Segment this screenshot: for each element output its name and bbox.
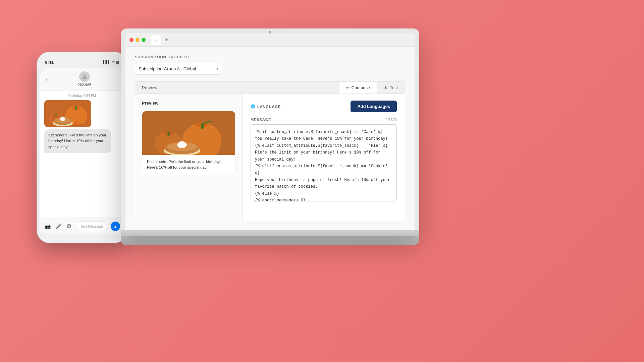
browser-tab[interactable]: × xyxy=(151,35,161,45)
traffic-lights xyxy=(129,38,146,42)
svg-point-13 xyxy=(60,117,65,121)
main-panel: Preview xyxy=(135,94,405,221)
wifi-icon: ≋ xyxy=(112,60,115,64)
sms-preview-image xyxy=(142,111,235,155)
sms-preview-text: Kitchenerie: Pie's the limit on your bir… xyxy=(142,155,235,175)
sms-bubble-text: Kitchenerie: Pie's the limit on your bir… xyxy=(147,160,221,169)
new-tab-button[interactable]: + xyxy=(165,37,168,43)
audio-icon[interactable]: 🎤 xyxy=(54,222,62,230)
message-textarea[interactable]: {% if custom_attribute.${favorite_snack}… xyxy=(251,124,397,201)
phone-screen: ‹ 262-966 Yesterday 7:54 PM xyxy=(40,68,123,234)
close-traffic-light[interactable] xyxy=(129,38,133,42)
preview-section: Preview xyxy=(135,82,339,94)
subscription-group-text: SUBSCRIPTION GROUP xyxy=(135,55,182,59)
subscription-group-dropdown[interactable]: Subscription Group A - Global ▾ xyxy=(135,63,222,75)
info-icon[interactable]: i xyxy=(184,55,189,59)
test-tab[interactable]: 👁 Test xyxy=(377,82,405,94)
language-row: 🌐 LANGUAGE Add Languages xyxy=(251,101,397,112)
message-label-row: MESSAGE 0/1600 xyxy=(251,118,397,122)
svg-point-30 xyxy=(179,141,185,146)
laptop-screen-shell: × + SUBSCRIPTION GROUP i Subscription Gr… xyxy=(121,28,419,236)
browser-window: × + SUBSCRIPTION GROUP i Subscription Gr… xyxy=(125,33,415,236)
eye-icon: 👁 xyxy=(384,85,388,90)
browser-tab-close[interactable]: × xyxy=(155,38,157,42)
dropdown-value: Subscription Group A - Global xyxy=(139,66,196,71)
phone-header: ‹ 262-966 xyxy=(40,68,123,90)
phone-date-label: Yesterday 7:54 PM xyxy=(44,94,119,98)
phone-status-icons: ▌▌▌ ≋ ▓ xyxy=(103,60,119,64)
compose-tab[interactable]: ✏ Compose xyxy=(339,82,377,94)
subscription-group-label: SUBSCRIPTION GROUP i xyxy=(135,55,405,59)
laptop-device: × + SUBSCRIPTION GROUP i Subscription Gr… xyxy=(121,28,419,256)
svg-rect-20 xyxy=(201,123,204,129)
text-message-placeholder: Text Message xyxy=(80,224,103,228)
battery-icon: ▓ xyxy=(116,60,119,64)
phone-messages: Yesterday 7:54 PM xyxy=(40,90,123,218)
fullscreen-traffic-light[interactable] xyxy=(142,38,146,42)
phone-status-bar: 9:41 ▌▌▌ ≋ ▓ xyxy=(40,57,123,67)
char-count: 0/1600 xyxy=(385,118,397,122)
globe-icon: 🌐 xyxy=(251,104,256,109)
add-languages-button[interactable]: Add Languages xyxy=(351,101,397,112)
preview-title: Preview xyxy=(142,101,235,106)
svg-rect-9 xyxy=(55,114,57,116)
compose-pane: 🌐 LANGUAGE Add Languages MESSAGE 0/1600 … xyxy=(243,94,405,221)
phone-bubble-text: Kitchenerie: Pie's the limit on your bir… xyxy=(48,133,106,149)
phone-shell: 9:41 ▌▌▌ ≋ ▓ ‹ 262-966 xyxy=(37,52,127,243)
chevron-down-icon: ▾ xyxy=(217,67,218,71)
svg-rect-6 xyxy=(75,106,77,110)
laptop-hinge xyxy=(121,230,419,236)
language-label: 🌐 LANGUAGE xyxy=(251,104,281,109)
svg-point-5 xyxy=(75,108,87,124)
back-button[interactable]: ‹ xyxy=(46,76,48,83)
language-label-text: LANGUAGE xyxy=(257,105,281,109)
compose-icon: ✏ xyxy=(346,85,350,90)
phone-contact-name: 262-966 xyxy=(78,83,91,87)
preview-pane: Preview xyxy=(135,94,243,221)
laptop-camera xyxy=(269,31,271,34)
phone-input-bar: 📷 🎤 🅐 Text Message ▲ xyxy=(40,218,123,234)
message-content: {% if custom_attribute.${favorite_snack}… xyxy=(255,129,392,197)
message-label: MESSAGE xyxy=(251,118,271,122)
browser-titlebar: × + xyxy=(125,33,415,47)
phone-time: 9:41 xyxy=(45,60,54,65)
browser-content: SUBSCRIPTION GROUP i Subscription Group … xyxy=(125,47,415,232)
phone-avatar xyxy=(79,71,90,82)
pumpkin-image xyxy=(44,100,91,127)
compose-test-tabs: Preview ✏ Compose 👁 Test xyxy=(135,81,405,94)
phone-contact-info: 262-966 xyxy=(51,71,118,87)
send-button[interactable]: ▲ xyxy=(111,222,120,231)
compose-tab-label: Compose xyxy=(352,85,370,90)
svg-rect-25 xyxy=(168,132,170,136)
preview-tab-label: Preview xyxy=(142,85,157,90)
signal-icon: ▌▌▌ xyxy=(103,60,110,64)
phone-text-input[interactable]: Text Message xyxy=(76,221,108,231)
test-tab-label: Test xyxy=(390,85,398,90)
phone-device: 9:41 ▌▌▌ ≋ ▓ ‹ 262-966 xyxy=(37,52,127,243)
minimize-traffic-light[interactable] xyxy=(136,38,140,42)
phone-image-message xyxy=(44,100,91,127)
camera-icon[interactable]: 📷 xyxy=(44,222,52,230)
laptop-base xyxy=(121,236,419,245)
phone-text-bubble: Kitchenerie: Pie's the limit on your bir… xyxy=(44,129,111,153)
sms-preview-card: Kitchenerie: Pie's the limit on your bir… xyxy=(142,111,235,175)
appstore-icon[interactable]: 🅐 xyxy=(65,222,73,230)
